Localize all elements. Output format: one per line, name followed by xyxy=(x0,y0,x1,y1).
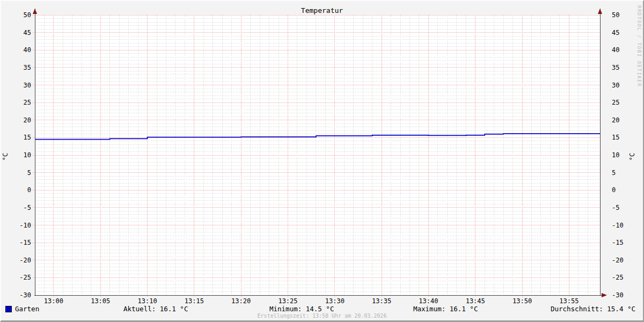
legend-row: Garten Aktuell: 16.1 °C Minimum: 14.5 °C… xyxy=(1,305,643,313)
svg-text:25: 25 xyxy=(24,99,31,106)
svg-text:10: 10 xyxy=(612,151,619,159)
svg-text:13:05: 13:05 xyxy=(91,297,110,305)
svg-text:-20: -20 xyxy=(19,257,31,264)
svg-text:15: 15 xyxy=(612,134,619,141)
rrdtool-graph: -30-30-25-25-20-20-15-15-10-10-5-5005510… xyxy=(0,0,644,322)
chart-plot: -30-30-25-25-20-20-15-15-10-10-5-5005510… xyxy=(0,0,644,322)
svg-text:13:45: 13:45 xyxy=(466,297,485,305)
svg-text:13:40: 13:40 xyxy=(419,297,438,305)
svg-text:15: 15 xyxy=(24,134,31,141)
chart-title: Temperatur xyxy=(1,6,643,14)
y-axis-unit-right: °C xyxy=(628,146,636,167)
rrdtool-watermark: RRDTOOL / TOBI OETIKER xyxy=(636,5,642,87)
series-color-swatch xyxy=(5,306,12,312)
svg-text:-20: -20 xyxy=(612,257,624,264)
svg-text:13:00: 13:00 xyxy=(44,297,63,305)
svg-text:25: 25 xyxy=(612,99,619,106)
stat-aktuell: Aktuell: 16.1 °C xyxy=(123,305,188,313)
svg-text:13:10: 13:10 xyxy=(137,297,157,305)
svg-text:5: 5 xyxy=(612,169,616,177)
svg-text:-25: -25 xyxy=(19,274,31,281)
stat-durchschnitt: Durchschnitt: 15.4 °C xyxy=(551,305,635,313)
svg-text:13:20: 13:20 xyxy=(231,297,251,305)
svg-text:45: 45 xyxy=(24,29,31,36)
svg-text:45: 45 xyxy=(612,29,619,36)
svg-text:40: 40 xyxy=(24,46,31,54)
svg-text:-5: -5 xyxy=(612,204,619,211)
stat-maximum: Maximum: 16.1 °C xyxy=(413,305,478,313)
svg-text:20: 20 xyxy=(24,116,31,124)
svg-text:-30: -30 xyxy=(19,291,31,299)
svg-text:-5: -5 xyxy=(24,204,31,211)
svg-text:40: 40 xyxy=(612,46,619,54)
svg-text:0: 0 xyxy=(27,186,31,194)
svg-text:13:25: 13:25 xyxy=(278,297,297,305)
svg-text:0: 0 xyxy=(612,186,616,194)
svg-text:30: 30 xyxy=(612,82,619,89)
svg-text:-15: -15 xyxy=(612,239,624,246)
svg-text:-15: -15 xyxy=(19,239,31,246)
svg-text:-30: -30 xyxy=(612,291,624,299)
svg-text:13:15: 13:15 xyxy=(185,297,204,305)
series-name-label: Garten xyxy=(15,305,39,313)
svg-text:13:30: 13:30 xyxy=(325,297,345,305)
svg-text:20: 20 xyxy=(612,116,619,124)
svg-text:13:35: 13:35 xyxy=(372,297,391,305)
svg-text:30: 30 xyxy=(24,82,31,89)
svg-text:13:50: 13:50 xyxy=(513,297,532,305)
svg-text:-10: -10 xyxy=(19,222,31,229)
y-axis-unit-left: °C xyxy=(2,146,9,167)
svg-text:-10: -10 xyxy=(612,222,624,229)
svg-text:35: 35 xyxy=(612,64,619,71)
svg-text:13:55: 13:55 xyxy=(559,297,579,305)
x-axis-labels: 13:0013:0513:1013:1513:2013:2513:3013:35… xyxy=(44,297,579,305)
svg-text:-25: -25 xyxy=(612,274,624,281)
svg-text:35: 35 xyxy=(24,64,31,71)
stat-minimum: Minimum: 14.5 °C xyxy=(269,305,334,313)
svg-text:5: 5 xyxy=(27,169,31,177)
svg-text:10: 10 xyxy=(24,151,31,159)
creation-timestamp: Erstellungszeit: 13:58 Uhr am 20.03.2026 xyxy=(1,313,643,319)
